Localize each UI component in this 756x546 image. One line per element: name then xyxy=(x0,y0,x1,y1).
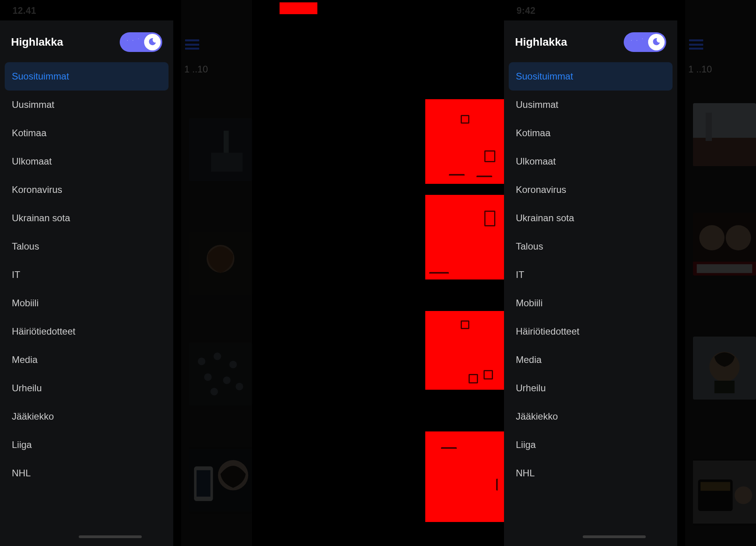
sidebar-item-jaakiekko[interactable]: Jääkiekko xyxy=(509,402,673,431)
sidebar-item-label: Mobiili xyxy=(12,298,39,308)
svg-point-14 xyxy=(223,376,230,384)
content-behind-sidebar: 1 ..10 xyxy=(181,0,252,546)
article-thumb[interactable] xyxy=(189,118,252,181)
sidebar: Highlakka · · ˙ · Suosituimmat Uusimmat … xyxy=(504,20,677,546)
svg-rect-26 xyxy=(693,138,756,166)
svg-point-30 xyxy=(726,225,751,250)
article-thumb[interactable] xyxy=(189,447,252,514)
article-thumb[interactable] xyxy=(693,213,756,276)
svg-point-16 xyxy=(210,388,218,395)
sidebar-item-liiga[interactable]: Liiga xyxy=(5,431,169,459)
sidebar-item-ulkomaat[interactable]: Ulkomaat xyxy=(5,147,169,176)
sidebar-item-it[interactable]: IT xyxy=(509,261,673,289)
svg-rect-32 xyxy=(697,264,752,273)
sidebar-item-media[interactable]: Media xyxy=(509,346,673,374)
sidebar-item-label: Häiriötiedotteet xyxy=(12,326,75,337)
sidebar-item-suosituimmat[interactable]: Suosituimmat xyxy=(5,62,169,91)
sidebar-item-talous[interactable]: Talous xyxy=(509,232,673,261)
sidebar-item-label: Ulkomaat xyxy=(12,156,52,167)
sidebar-menu: Suosituimmat Uusimmat Kotimaa Ulkomaat K… xyxy=(509,62,673,487)
sidebar-item-label: Media xyxy=(12,354,37,365)
sidebar-item-label: Liiga xyxy=(516,439,536,450)
sidebar-item-mobiili[interactable]: Mobiili xyxy=(509,289,673,317)
sidebar-item-urheilu[interactable]: Urheilu xyxy=(5,374,169,402)
sidebar-item-label: Kotimaa xyxy=(12,128,46,138)
sidebar-item-nhl[interactable]: NHL xyxy=(5,459,169,487)
svg-rect-27 xyxy=(706,113,712,141)
sidebar-item-uusimmat[interactable]: Uusimmat xyxy=(509,91,673,119)
sidebar-item-label: Koronavirus xyxy=(12,184,62,195)
sidebar: Highlakka · · ˙ · Suosituimmat Uusimmat … xyxy=(0,20,173,546)
article-thumb[interactable] xyxy=(693,337,756,400)
theme-toggle[interactable]: · · ˙ · xyxy=(624,32,666,52)
article-thumb[interactable] xyxy=(693,103,756,166)
sidebar-item-media[interactable]: Media xyxy=(5,346,169,374)
sidebar-item-it[interactable]: IT xyxy=(5,261,169,289)
sidebar-item-label: Talous xyxy=(516,241,543,252)
stars-icon: · · ˙ · xyxy=(631,38,650,43)
sidebar-item-talous[interactable]: Talous xyxy=(5,232,169,261)
hamburger-icon[interactable] xyxy=(689,39,703,50)
sidebar-menu: Suosituimmat Uusimmat Kotimaa Ulkomaat K… xyxy=(5,62,169,487)
sidebar-item-label: Talous xyxy=(12,241,39,252)
sidebar-item-label: Suosituimmat xyxy=(516,71,573,81)
svg-point-15 xyxy=(235,383,243,390)
article-thumb[interactable] xyxy=(189,342,252,405)
hamburger-icon[interactable] xyxy=(185,39,199,50)
svg-rect-38 xyxy=(700,482,730,490)
svg-point-29 xyxy=(699,225,724,250)
sidebar-item-hairiotiedotteet[interactable]: Häiriötiedotteet xyxy=(509,317,673,346)
sidebar-item-label: Koronavirus xyxy=(516,184,566,195)
status-time: 12.41 xyxy=(13,6,36,16)
sidebar-item-label: Häiriötiedotteet xyxy=(516,326,579,337)
scrollbar[interactable] xyxy=(583,535,646,538)
screenshot-diff xyxy=(252,0,504,546)
notch xyxy=(86,3,161,19)
sidebar-item-uusimmat[interactable]: Uusimmat xyxy=(5,91,169,119)
article-thumb[interactable] xyxy=(189,232,252,295)
svg-rect-35 xyxy=(714,381,734,393)
sidebar-item-label: Urheilu xyxy=(516,383,546,393)
sidebar-item-label: Suosituimmat xyxy=(12,71,69,81)
sidebar-item-ulkomaat[interactable]: Ulkomaat xyxy=(509,147,673,176)
sidebar-item-liiga[interactable]: Liiga xyxy=(509,431,673,459)
svg-point-12 xyxy=(229,361,237,368)
sidebar-item-hairiotiedotteet[interactable]: Häiriötiedotteet xyxy=(5,317,169,346)
sidebar-item-label: Urheilu xyxy=(12,383,42,393)
sidebar-item-label: Liiga xyxy=(12,439,32,450)
scrollbar[interactable] xyxy=(79,535,142,538)
sidebar-item-ukrainan-sota[interactable]: Ukrainan sota xyxy=(509,204,673,232)
sidebar-item-label: Jääkiekko xyxy=(516,411,558,422)
sidebar-item-label: IT xyxy=(516,269,524,280)
sidebar-item-urheilu[interactable]: Urheilu xyxy=(509,374,673,402)
sidebar-item-koronavirus[interactable]: Koronavirus xyxy=(509,176,673,204)
sidebar-item-koronavirus[interactable]: Koronavirus xyxy=(5,176,169,204)
svg-rect-19 xyxy=(196,470,210,496)
sidebar-item-jaakiekko[interactable]: Jääkiekko xyxy=(5,402,169,431)
sidebar-item-kotimaa[interactable]: Kotimaa xyxy=(5,119,169,147)
content-behind-sidebar: 1 ..10 xyxy=(685,0,756,546)
svg-point-13 xyxy=(204,373,211,381)
sidebar-item-label: Uusimmat xyxy=(516,99,558,110)
app-title: Highlakka xyxy=(515,36,567,48)
moon-icon xyxy=(652,37,661,49)
sidebar-item-label: NHL xyxy=(12,468,31,478)
stars-icon: · · ˙ · xyxy=(127,38,146,43)
sidebar-item-nhl[interactable]: NHL xyxy=(509,459,673,487)
theme-toggle[interactable]: · · ˙ · xyxy=(120,32,162,52)
diff-highlight xyxy=(280,2,317,14)
sidebar-item-label: Ulkomaat xyxy=(516,156,556,167)
sidebar-item-kotimaa[interactable]: Kotimaa xyxy=(509,119,673,147)
sidebar-item-ukrainan-sota[interactable]: Ukrainan sota xyxy=(5,204,169,232)
svg-rect-9 xyxy=(189,342,252,405)
sidebar-item-label: NHL xyxy=(516,468,535,478)
svg-point-11 xyxy=(213,353,221,360)
sidebar-item-mobiili[interactable]: Mobiili xyxy=(5,289,169,317)
svg-point-10 xyxy=(198,357,205,365)
svg-point-39 xyxy=(735,487,752,504)
moon-icon xyxy=(148,37,157,49)
article-thumb[interactable] xyxy=(693,459,756,526)
screenshot-right: 9:42 1 ..10 xyxy=(504,0,756,546)
sidebar-item-label: Media xyxy=(516,354,541,365)
sidebar-item-suosituimmat[interactable]: Suosituimmat xyxy=(509,62,673,91)
